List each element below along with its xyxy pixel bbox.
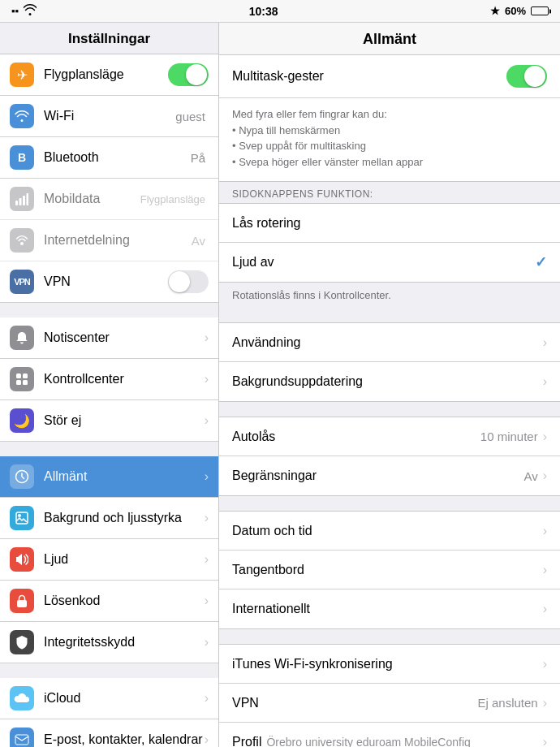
sidebar-section-device: Allmänt › Bakgrund och ljusstyrka › (0, 456, 218, 663)
status-bar: ▪▪ 10:38 ★ 60% (0, 0, 560, 23)
wifi-status-icon (24, 4, 37, 18)
sidebar-item-vpn[interactable]: VPN VPN (0, 261, 218, 303)
settings-row-profile[interactable]: Profil Örebro university eduroam MobileC… (219, 723, 560, 747)
settings-row-mute[interactable]: Ljud av ✓ (219, 243, 560, 282)
settings-row-vpn[interactable]: VPN Ej ansluten › (219, 684, 560, 723)
profile-chevron: › (543, 735, 547, 747)
passcode-icon (10, 589, 34, 613)
sidebar-item-general[interactable]: Allmänt › (0, 456, 218, 498)
sidebar-item-wallpaper[interactable]: Bakgrund och ljusstyrka › (0, 498, 218, 539)
multitask-info: Med fyra eller fem fingrar kan du: • Nyp… (219, 98, 560, 181)
status-time: 10:38 (249, 5, 278, 18)
donotdisturb-icon: 🌙 (10, 408, 34, 433)
status-left: ▪▪ (11, 4, 37, 18)
settings-group-itunes: iTunes Wi-Fi-synkronisering › VPN Ej ans… (219, 644, 560, 747)
svg-rect-0 (15, 201, 18, 205)
wallpaper-icon (10, 506, 34, 530)
settings-group-sidebutton: Lås rotering Ljud av ✓ (219, 203, 560, 283)
svg-rect-1 (19, 198, 22, 205)
sidebar-title: Inställningar (0, 23, 218, 54)
sidebar-separator-1 (0, 303, 218, 317)
settings-row-usage[interactable]: Användning › (219, 323, 560, 362)
datetime-chevron: › (543, 524, 547, 538)
cellular-icon (10, 187, 34, 211)
svg-point-10 (18, 514, 21, 517)
sidebar-item-passcode[interactable]: Lösenkod › (0, 581, 218, 622)
sidebar-item-privacy[interactable]: Integritetsskydd › (0, 622, 218, 663)
sidebar-item-airplane[interactable]: ✈ Flygplansläge (0, 54, 218, 96)
svg-point-4 (20, 242, 24, 245)
sidebar-item-mail[interactable]: E-post, kontakter, kalendrar › (0, 719, 218, 747)
usage-chevron: › (543, 335, 547, 350)
settings-group-usage: Användning › Bakgrundsuppdatering › (219, 322, 560, 402)
settings-group-autolock: Autolås 10 minuter › Begränsningar Av › (219, 417, 560, 496)
settings-row-autolock[interactable]: Autolås 10 minuter › (219, 417, 560, 456)
autolock-chevron: › (543, 430, 547, 444)
sidebar-item-wifi[interactable]: Wi-Fi guest (0, 96, 218, 137)
sidebar-separator-3 (0, 663, 218, 678)
settings-group-multitask: Multitask-gester Med fyra eller fem fing… (219, 55, 560, 182)
sidebar-item-hotspot[interactable]: Internetdelning Av (0, 220, 218, 261)
settings-row-keyboard[interactable]: Tangentbord › (219, 551, 560, 589)
main-container: Inställningar ✈ Flygplansläge Wi-Fi gues… (0, 23, 560, 747)
settings-row-international[interactable]: Internationellt › (219, 589, 560, 628)
sidebar-item-controlcenter[interactable]: Kontrollcenter › (0, 359, 218, 400)
vpn-toggle[interactable] (168, 270, 209, 293)
bluetooth-status-icon: ★ (490, 5, 500, 17)
vpn-chevron: › (543, 696, 547, 710)
sidebar-separator-2 (0, 442, 218, 456)
svg-rect-12 (17, 600, 27, 607)
sidebar-item-bluetooth[interactable]: B Bluetooth På (0, 137, 218, 179)
sidebutton-header: SIDOKNAPPENS FUNKTION: (219, 182, 560, 203)
sidebar-section-apps: iCloud › E-post, kontakter, kalendrar › (0, 678, 218, 747)
airplane-icon: ✈ (10, 63, 34, 87)
settings-row-multitask[interactable]: Multitask-gester (219, 55, 560, 98)
notifications-icon (10, 326, 34, 350)
settings-row-datetime[interactable]: Datum och tid › (219, 512, 560, 551)
svg-rect-5 (16, 374, 21, 378)
svg-rect-3 (27, 193, 29, 205)
sidebar-item-donotdisturb[interactable]: 🌙 Stör ej › (0, 400, 218, 442)
sounds-icon (10, 547, 34, 572)
keyboard-chevron: › (543, 563, 547, 577)
sidebar-item-notifications[interactable]: Notiscenter › (0, 317, 218, 359)
wifi-icon (10, 104, 34, 128)
right-panel-title: Allmänt (219, 23, 560, 55)
sidebar-item-icloud[interactable]: iCloud › (0, 678, 218, 719)
sidebar-item-cellular[interactable]: Mobildata Flygplansläge (0, 179, 218, 220)
mail-icon (10, 728, 34, 747)
itunes-chevron: › (543, 657, 547, 671)
hotspot-icon (10, 228, 34, 253)
battery-percentage: 60% (505, 5, 526, 17)
vpn-icon: VPN (10, 270, 34, 294)
general-icon (10, 464, 34, 489)
international-chevron: › (543, 602, 547, 616)
sidebar: Inställningar ✈ Flygplansläge Wi-Fi gues… (0, 23, 219, 747)
battery-icon (531, 6, 549, 15)
sidebar-section-network: ✈ Flygplansläge Wi-Fi guest B Bluetooth (0, 54, 218, 303)
background-chevron: › (543, 374, 547, 389)
settings-row-itunes[interactable]: iTunes Wi-Fi-synkronisering › (219, 645, 560, 684)
bluetooth-icon: B (10, 145, 34, 170)
settings-row-background-app[interactable]: Bakgrundsuppdatering › (219, 362, 560, 401)
svg-rect-7 (16, 380, 21, 385)
svg-rect-13 (15, 735, 28, 745)
signal-icon: ▪▪ (11, 5, 19, 17)
status-right: ★ 60% (490, 5, 549, 17)
svg-rect-2 (23, 196, 25, 205)
settings-row-restrictions[interactable]: Begränsningar Av › (219, 456, 560, 495)
controlcenter-icon (10, 367, 34, 391)
mute-checkmark: ✓ (535, 253, 547, 271)
sidebar-item-sounds[interactable]: Ljud › (0, 539, 218, 581)
airplane-toggle[interactable] (168, 63, 209, 86)
privacy-icon (10, 630, 34, 654)
restrictions-chevron: › (543, 468, 547, 483)
settings-group-datetime: Datum och tid › Tangentbord › Internatio… (219, 511, 560, 629)
settings-row-lock-rotation[interactable]: Lås rotering (219, 204, 560, 243)
sidebar-section-system: Notiscenter › Kontrollcenter › 🌙 Stör e (0, 317, 218, 442)
icloud-icon (10, 686, 34, 710)
multitask-toggle[interactable] (506, 65, 547, 88)
svg-rect-8 (23, 380, 28, 385)
right-panel: Allmänt Multitask-gester Med fyra eller … (219, 23, 560, 747)
svg-rect-6 (23, 374, 28, 378)
